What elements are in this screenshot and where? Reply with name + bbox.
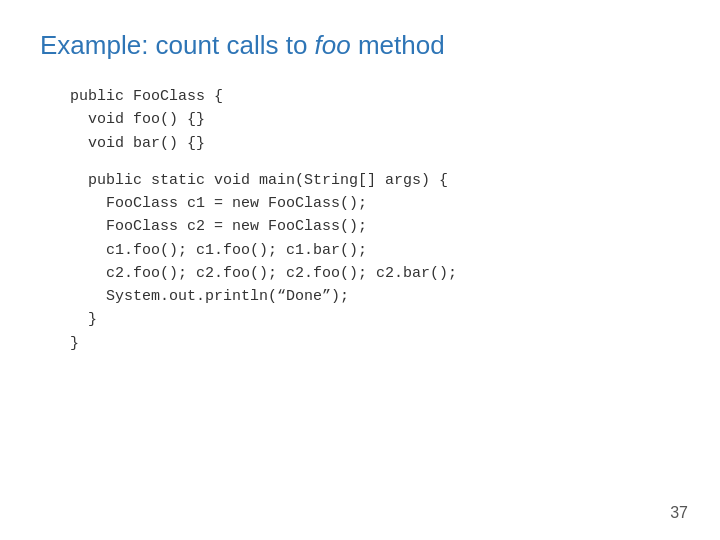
code-line-5: FooClass c1 = new FooClass(); <box>70 192 680 215</box>
code-line-10: } <box>70 308 680 331</box>
code-line-8: c2.foo(); c2.foo(); c2.foo(); c2.bar(); <box>70 262 680 285</box>
slide-title: Example: count calls to foo method <box>40 30 680 61</box>
code-spacer-1 <box>70 155 680 169</box>
code-line-11: } <box>70 332 680 355</box>
code-line-7: c1.foo(); c1.foo(); c1.bar(); <box>70 239 680 262</box>
title-suffix: method <box>351 30 445 60</box>
code-line-3: void bar() {} <box>70 132 680 155</box>
title-italic: foo <box>315 30 351 60</box>
code-line-1: public FooClass { <box>70 85 680 108</box>
code-line-2: void foo() {} <box>70 108 680 131</box>
code-line-6: FooClass c2 = new FooClass(); <box>70 215 680 238</box>
code-block: public FooClass { void foo() {} void bar… <box>70 85 680 355</box>
slide: Example: count calls to foo method publi… <box>0 0 720 540</box>
code-line-4: public static void main(String[] args) { <box>70 169 680 192</box>
code-line-9: System.out.println(“Done”); <box>70 285 680 308</box>
slide-number: 37 <box>670 504 688 522</box>
title-prefix: Example: count calls to <box>40 30 315 60</box>
